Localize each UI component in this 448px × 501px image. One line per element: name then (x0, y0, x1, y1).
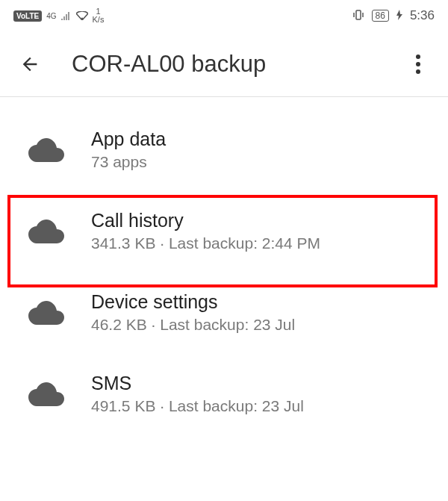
backup-item-device-settings[interactable]: Device settings 46.2 KB · Last backup: 2… (0, 272, 448, 353)
backup-item-app-data[interactable]: App data 73 apps (0, 109, 448, 190)
app-bar: COR-AL00 backup (0, 31, 448, 97)
speed-unit: K/s (93, 16, 105, 24)
page-title: COR-AL00 backup (72, 51, 403, 78)
cloud-icon (28, 376, 64, 412)
item-subtitle: 341.3 KB · Last backup: 2:44 PM (91, 234, 320, 252)
signal-4g: 4G (46, 12, 56, 20)
cloud-icon (28, 214, 64, 249)
svg-rect-1 (356, 10, 361, 19)
signal-bars-icon (61, 10, 72, 22)
arrow-left-icon (19, 54, 40, 75)
item-text: App data 73 apps (91, 128, 166, 171)
item-title: SMS (91, 373, 304, 394)
wifi-icon (76, 10, 88, 22)
more-menu-button[interactable] (403, 49, 433, 79)
svg-point-0 (81, 17, 83, 19)
item-title: Call history (91, 210, 320, 231)
charging-icon (396, 10, 402, 22)
backup-list: App data 73 apps Call history 341.3 KB ·… (0, 97, 448, 435)
item-title: App data (91, 128, 166, 150)
status-bar: VoLTE 4G 1 K/s 86 5:36 (0, 0, 448, 31)
backup-item-call-history[interactable]: Call history 341.3 KB · Last backup: 2:4… (0, 190, 448, 272)
network-speed: 1 K/s (93, 7, 105, 24)
item-subtitle: 73 apps (91, 153, 166, 171)
item-text: Device settings 46.2 KB · Last backup: 2… (91, 291, 295, 334)
more-vert-icon (416, 55, 420, 74)
status-right: 86 5:36 (352, 8, 435, 23)
backup-item-sms[interactable]: SMS 491.5 KB · Last backup: 23 Jul (0, 353, 448, 435)
item-text: SMS 491.5 KB · Last backup: 23 Jul (91, 373, 304, 415)
item-subtitle: 491.5 KB · Last backup: 23 Jul (91, 397, 304, 415)
back-button[interactable] (15, 49, 45, 79)
item-subtitle: 46.2 KB · Last backup: 23 Jul (91, 316, 295, 334)
item-title: Device settings (91, 291, 295, 313)
volte-badge: VoLTE (13, 10, 42, 22)
cloud-icon (28, 295, 64, 331)
cloud-icon (28, 132, 64, 168)
vibrate-icon (352, 9, 364, 23)
battery-indicator: 86 (372, 10, 389, 22)
status-left: VoLTE 4G 1 K/s (13, 7, 104, 24)
clock: 5:36 (410, 8, 435, 23)
item-text: Call history 341.3 KB · Last backup: 2:4… (91, 210, 320, 252)
